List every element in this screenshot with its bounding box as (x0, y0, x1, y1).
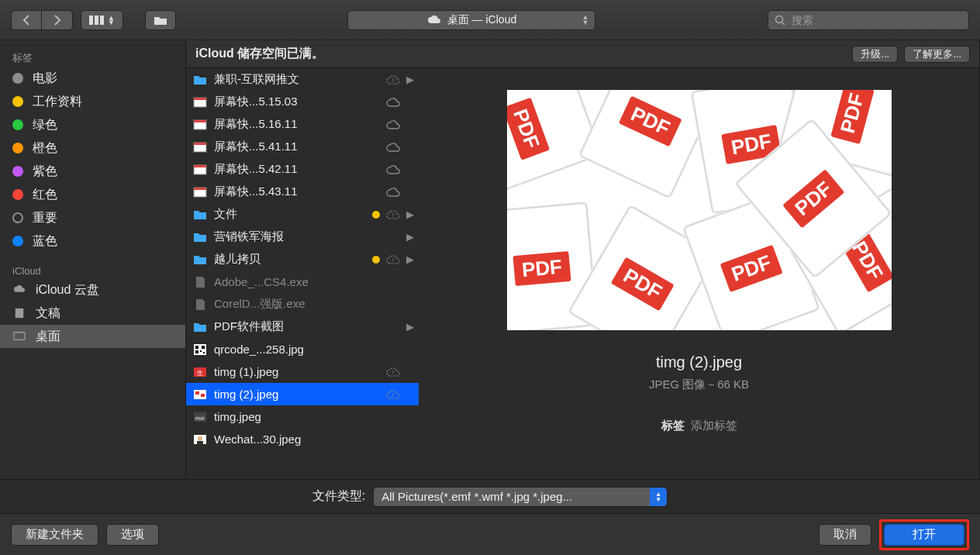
disclosure-arrow-icon: ▶ (406, 74, 414, 85)
sidebar-tag-label: 工作资料 (33, 94, 82, 110)
sidebar-tag-label: 绿色 (33, 117, 57, 133)
file-row[interactable]: 营销铁军海报▶ (186, 226, 419, 248)
file-row[interactable]: 屏幕快...5.43.11 (186, 181, 419, 203)
svg-rect-37 (197, 441, 203, 444)
options-button[interactable]: 选项 (106, 524, 159, 546)
file-row[interactable]: 生timg (1).jpeg! (186, 360, 419, 383)
search-input[interactable] (790, 13, 962, 27)
cloud-status-icon (386, 187, 400, 198)
sidebar-tag-label: 蓝色 (33, 233, 57, 250)
search-field[interactable] (768, 10, 969, 30)
file-row[interactable]: timg (2).jpeg! (186, 383, 419, 405)
sidebar-tag-4[interactable]: 紫色 (0, 160, 185, 183)
file-row[interactable]: 文件!▶ (186, 203, 419, 226)
sidebar-tag-3[interactable]: 橙色 (0, 136, 185, 160)
back-button[interactable] (11, 10, 42, 30)
sidebar-item-doc[interactable]: 文稿 (0, 302, 185, 325)
file-icon (192, 73, 208, 87)
tag-dot-icon (12, 143, 23, 153)
location-popup[interactable]: 桌面 — iCloud ▲▼ (347, 10, 595, 30)
open-button-highlight: 打开 (879, 519, 969, 550)
svg-rect-1 (95, 16, 98, 25)
file-name: 文件 (214, 207, 366, 222)
sidebar-tag-6[interactable]: 重要 (0, 206, 185, 229)
svg-rect-13 (194, 143, 206, 145)
sidebar-tag-5[interactable]: 红色 (0, 183, 185, 206)
file-row[interactable]: qrcode_...258.jpg (186, 338, 419, 360)
file-column[interactable]: 兼职-互联网推文!▶屏幕快...5.15.03屏幕快...5.16.11屏幕快.… (186, 68, 419, 479)
chevron-right-icon (53, 15, 61, 26)
file-type-value: All Pictures(*.emf *.wmf *.jpg *.jpeg... (381, 490, 572, 503)
file-name: Adobe_...CS4.exe (214, 275, 380, 288)
svg-rect-9 (194, 98, 206, 100)
sidebar-item-cloud[interactable]: iCloud 云盘 (0, 278, 185, 302)
file-row[interactable]: CorelD...强版.exe (186, 293, 419, 315)
sidebar-tag-0[interactable]: 电影 (0, 67, 185, 90)
cancel-button[interactable]: 取消 (819, 524, 871, 546)
preview-pane: PDF PDF PDF PDF PDF PDF PDF PDF PDF timg… (419, 68, 979, 479)
file-row[interactable]: 屏幕快...5.16.11 (186, 113, 419, 136)
sidebar-item-desktop[interactable]: 桌面 (0, 325, 185, 348)
sidebar-tag-2[interactable]: 绿色 (0, 113, 185, 136)
svg-rect-25 (203, 352, 205, 353)
svg-text:!: ! (392, 369, 394, 376)
file-row[interactable]: 屏幕快...5.15.03 (186, 91, 419, 113)
sidebar-tag-label: 电影 (33, 71, 57, 87)
forward-button[interactable] (42, 10, 73, 30)
columns: 兼职-互联网推文!▶屏幕快...5.15.03屏幕快...5.16.11屏幕快.… (186, 68, 979, 479)
sidebar-tag-label: 橙色 (33, 140, 57, 157)
file-row[interactable]: 屏幕快...5.42.11 (186, 158, 419, 181)
svg-rect-5 (16, 309, 24, 318)
file-row[interactable]: Wechat...30.jpeg (186, 428, 419, 450)
tag-dot-icon (12, 119, 23, 130)
svg-point-36 (198, 436, 202, 441)
file-icon (192, 163, 208, 177)
search-icon (775, 15, 785, 26)
tag-dot-icon (12, 73, 23, 84)
learn-more-button[interactable]: 了解更多... (904, 46, 970, 63)
file-row[interactable]: 屏幕快...5.41.11 (186, 136, 419, 158)
preview-image: PDF PDF PDF PDF PDF PDF PDF PDF PDF (507, 90, 892, 330)
desktop-icon (12, 331, 26, 342)
file-icon (192, 208, 208, 222)
location-label: 桌面 — iCloud (447, 13, 516, 27)
file-name: 营销铁军海报 (214, 229, 380, 244)
group-button[interactable] (145, 10, 176, 30)
file-name: 屏幕快...5.15.03 (214, 95, 380, 109)
file-icon: PDF (192, 410, 208, 424)
svg-rect-31 (201, 394, 205, 397)
svg-point-3 (776, 16, 783, 22)
sidebar-tag-7[interactable]: 蓝色 (0, 229, 185, 253)
view-mode-button[interactable]: ▲▼ (81, 10, 123, 30)
file-row[interactable]: 兼职-互联网推文!▶ (186, 68, 419, 91)
upgrade-button[interactable]: 升级... (852, 46, 898, 63)
tag-dot-icon (12, 212, 23, 223)
file-row[interactable]: PDFtimg.jpeg (186, 405, 419, 428)
sidebar-tag-1[interactable]: 工作资料 (0, 90, 185, 113)
sidebar-item-label: iCloud 云盘 (36, 282, 99, 298)
file-icon (192, 118, 208, 132)
svg-rect-30 (195, 391, 199, 395)
file-row[interactable]: PDF软件截图▶ (186, 315, 419, 338)
cloud-status-icon: ! (386, 254, 400, 265)
sidebar[interactable]: 标签 电影工作资料绿色橙色紫色红色重要蓝色 iCloud iCloud 云盘文稿… (0, 40, 186, 479)
tag-dot-icon (12, 236, 23, 246)
file-type-select[interactable]: All Pictures(*.emf *.wmf *.jpg *.jpeg...… (373, 487, 668, 507)
open-button[interactable]: 打开 (884, 524, 964, 546)
file-row[interactable]: Adobe_...CS4.exe (186, 271, 419, 293)
file-icon (192, 140, 208, 154)
nav-buttons (11, 10, 73, 30)
file-name: 越儿拷贝 (214, 252, 366, 267)
cloud-status-icon (386, 142, 400, 153)
file-row[interactable]: 越儿拷贝!▶ (186, 248, 419, 271)
svg-rect-2 (100, 16, 104, 25)
sidebar-item-label: 桌面 (36, 329, 60, 345)
svg-text:生: 生 (197, 370, 203, 377)
file-name: timg.jpeg (214, 410, 380, 423)
preview-meta: JPEG 图像－66 KB (649, 377, 749, 392)
disclosure-arrow-icon: ▶ (406, 253, 414, 265)
svg-rect-23 (195, 350, 198, 353)
preview-tags[interactable]: 标签添加标签 (661, 419, 737, 433)
file-name: timg (2).jpeg (214, 388, 380, 401)
new-folder-button[interactable]: 新建文件夹 (11, 524, 98, 546)
